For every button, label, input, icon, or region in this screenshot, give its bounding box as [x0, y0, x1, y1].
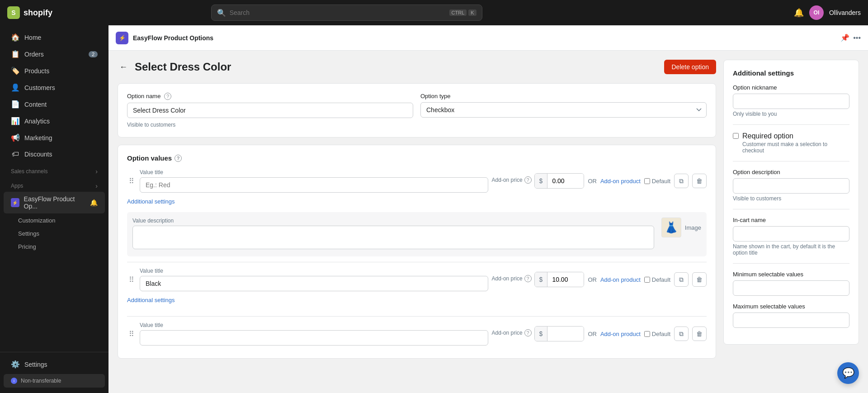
- shopify-logo[interactable]: S shopify: [7, 6, 52, 19]
- option-type-select[interactable]: Checkbox Radio Dropdown Text Color Swatc…: [420, 102, 707, 118]
- apps-chevron[interactable]: ›: [95, 182, 98, 189]
- value-title-label-2: Value title: [140, 268, 488, 274]
- additional-settings-title: Additional settings: [733, 69, 849, 77]
- addon-price-label-2: Add-on price ?: [492, 275, 532, 282]
- nav-right: 🔔 OI Ollivanders: [794, 5, 861, 20]
- sales-channels-chevron[interactable]: ›: [95, 168, 98, 175]
- sidebar-item-analytics-label: Analytics: [24, 118, 50, 125]
- sidebar-sub-settings[interactable]: Settings: [4, 227, 105, 240]
- option-value-row-1: ⠿ Value title Option values Add-on price…: [127, 169, 707, 193]
- value-title-input-2[interactable]: [140, 276, 488, 291]
- val-desc-input-1[interactable]: [132, 226, 654, 249]
- non-transferable-badge: i Non-transferable: [4, 374, 105, 388]
- min-selectable-group: Minimum selectable values: [733, 271, 849, 296]
- sidebar-item-content[interactable]: 📄 Content: [4, 96, 105, 112]
- incart-input[interactable]: [733, 226, 849, 241]
- orders-icon: 📋: [11, 50, 20, 58]
- additional-settings-link-1[interactable]: Additional settings: [127, 196, 175, 207]
- pricing-label: Pricing: [18, 243, 36, 250]
- option-values-help-icon[interactable]: ?: [175, 155, 182, 162]
- value-title-3: Value title: [140, 322, 488, 346]
- bell-icon[interactable]: 🔔: [90, 199, 98, 206]
- add-on-product-link-1[interactable]: Add-on product: [600, 178, 641, 185]
- more-icon[interactable]: •••: [853, 34, 861, 42]
- divider-2: [733, 161, 849, 161]
- required-checkbox[interactable]: [733, 133, 739, 139]
- nickname-group: Option nickname Only visible to you: [733, 84, 849, 117]
- option-values-title-text: Option values: [127, 154, 172, 162]
- main-content: ⚡ EasyFlow Product Options 📌 ••• ← Selec…: [108, 25, 868, 393]
- required-title: Required option: [742, 132, 849, 140]
- sidebar-sub-customization[interactable]: Customization: [4, 214, 105, 227]
- drag-handle-2[interactable]: ⠿: [127, 274, 136, 286]
- price-input-2[interactable]: [547, 272, 584, 287]
- default-checkbox-3[interactable]: [644, 331, 650, 337]
- default-checkbox-1[interactable]: [644, 178, 650, 184]
- sidebar-item-home[interactable]: 🏠 Home: [4, 29, 105, 45]
- option-name-title-text: Option name: [127, 93, 160, 99]
- nickname-input[interactable]: [733, 94, 849, 109]
- required-desc: Customer must make a selection to checko…: [742, 141, 849, 154]
- value-title-input-3[interactable]: [140, 330, 488, 346]
- page-main: ← Select Dress Color Delete option Optio…: [118, 60, 716, 384]
- pin-icon[interactable]: 📌: [840, 33, 849, 42]
- required-option-row: Required option Customer must make a sel…: [733, 132, 849, 154]
- page-title-row: ← Select Dress Color: [118, 61, 231, 74]
- description-group: Option description Visible to customers: [733, 169, 849, 202]
- option-value-row-3: ⠿ Value title Add-on price ?: [127, 322, 707, 346]
- min-selectable-input[interactable]: [733, 280, 849, 296]
- user-name[interactable]: Ollivanders: [829, 9, 861, 16]
- avatar[interactable]: OI: [809, 5, 824, 20]
- price-input-3[interactable]: [547, 327, 584, 341]
- sidebar-item-customers[interactable]: 👤 Customers: [4, 80, 105, 95]
- sidebar-item-marketing[interactable]: 📢 Marketing: [4, 130, 105, 146]
- discounts-icon: 🏷: [11, 150, 20, 158]
- drag-handle-1[interactable]: ⠿: [127, 175, 136, 187]
- delete-button-1[interactable]: 🗑: [692, 174, 707, 188]
- option-name-input[interactable]: [127, 103, 413, 118]
- notification-icon[interactable]: 🔔: [794, 8, 804, 18]
- easyflow-app-item[interactable]: ⚡ EasyFlow Product Op... 🔔: [4, 192, 105, 213]
- price-input-1[interactable]: [547, 174, 584, 188]
- incart-label: In-cart name: [733, 217, 849, 223]
- divider-4: [733, 263, 849, 264]
- delete-button-2[interactable]: 🗑: [692, 272, 707, 287]
- addon-price-help-1[interactable]: ?: [524, 176, 532, 184]
- copy-button-2[interactable]: ⧉: [674, 272, 689, 287]
- delete-button-3[interactable]: 🗑: [692, 327, 707, 341]
- add-on-product-link-2[interactable]: Add-on product: [600, 276, 641, 283]
- drag-handle-3[interactable]: ⠿: [127, 328, 136, 340]
- app-header-icon: ⚡: [116, 32, 128, 44]
- copy-button-3[interactable]: ⧉: [674, 327, 689, 341]
- easyflow-app-label: EasyFlow Product Op...: [24, 195, 85, 210]
- sidebar-item-products-label: Products: [24, 67, 49, 75]
- value-title-label-1: Value title: [140, 169, 488, 175]
- addon-price-help-2[interactable]: ?: [524, 275, 532, 282]
- sidebar-item-settings[interactable]: ⚙️ Settings: [4, 356, 105, 372]
- sidebar-sub-pricing[interactable]: Pricing: [4, 241, 105, 253]
- default-label-2: Default: [652, 276, 670, 283]
- delete-option-button[interactable]: Delete option: [664, 60, 716, 74]
- additional-settings-link-2[interactable]: Additional settings: [127, 295, 175, 305]
- option-name-help-icon[interactable]: ?: [164, 93, 171, 100]
- customization-label: Customization: [18, 217, 55, 224]
- search-input[interactable]: [230, 9, 446, 16]
- copy-button-1[interactable]: ⧉: [674, 174, 689, 188]
- sidebar-item-customers-label: Customers: [24, 84, 55, 91]
- sidebar-item-marketing-label: Marketing: [24, 134, 52, 142]
- sidebar-item-orders[interactable]: 📋 Orders 2: [4, 46, 105, 62]
- sidebar-item-discounts[interactable]: 🏷 Discounts: [4, 147, 105, 162]
- value-title-input-1[interactable]: [140, 177, 488, 193]
- sidebar-item-analytics[interactable]: 📊 Analytics: [4, 113, 105, 129]
- ctrl-key: CTRL: [449, 9, 467, 16]
- image-thumb-1[interactable]: 👗: [661, 218, 681, 237]
- back-button[interactable]: ←: [118, 61, 129, 74]
- addon-price-help-3[interactable]: ?: [524, 329, 532, 336]
- sidebar-item-products[interactable]: 🏷️ Products: [4, 63, 105, 79]
- chat-button[interactable]: 💬: [837, 362, 859, 384]
- description-input[interactable]: [733, 178, 849, 194]
- max-selectable-input[interactable]: [733, 313, 849, 328]
- default-checkbox-2[interactable]: [644, 277, 650, 283]
- app-header: ⚡ EasyFlow Product Options 📌 •••: [108, 25, 868, 51]
- add-on-product-link-3[interactable]: Add-on product: [600, 331, 641, 337]
